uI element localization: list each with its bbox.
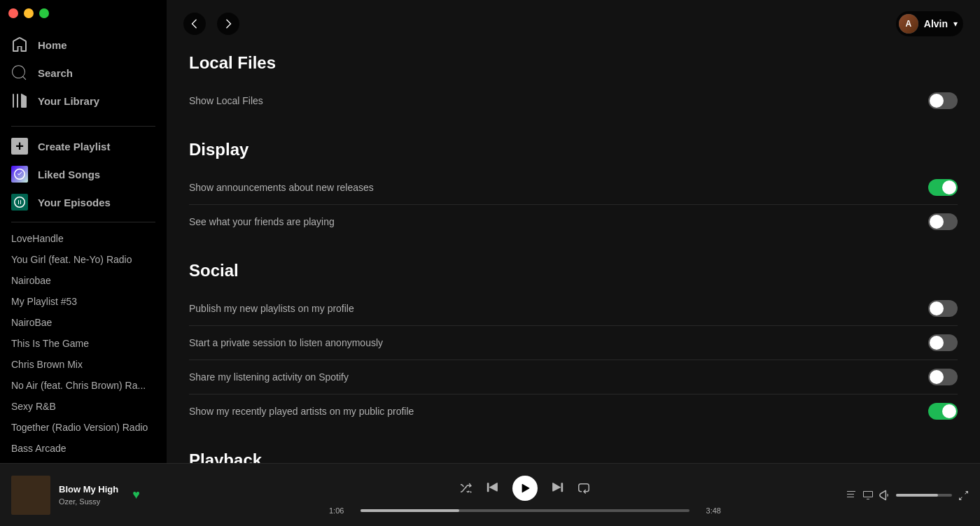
section-title-display: Display	[189, 134, 958, 159]
forward-button[interactable]	[217, 13, 239, 35]
user-menu[interactable]: A Alvin ▾	[896, 11, 963, 36]
list-item[interactable]: Together (Radio Version) Radio	[0, 417, 167, 438]
library-icon	[11, 92, 28, 109]
liked-songs-label: Liked Songs	[38, 169, 100, 180]
section-title-playback: Playback	[189, 445, 958, 463]
list-item[interactable]: No Air (feat. Chris Brown) Ra...	[0, 375, 167, 396]
toggle-knob	[942, 404, 956, 418]
time-total: 3:48	[696, 506, 721, 515]
section-title-local-files: Local Files	[189, 48, 958, 73]
list-item[interactable]: This Is The Game	[0, 333, 167, 354]
settings-section-display: Display Show announcements about new rel…	[189, 134, 958, 239]
toggle-knob	[930, 301, 944, 315]
toggle-knob	[930, 94, 944, 108]
repeat-button[interactable]	[578, 483, 589, 494]
list-item[interactable]: Nairobae	[0, 270, 167, 291]
volume-icon[interactable]	[879, 490, 890, 501]
avatar: A	[899, 14, 918, 34]
like-button[interactable]: ♥	[132, 488, 140, 502]
toggle-knob	[930, 336, 944, 350]
previous-button[interactable]	[486, 482, 498, 495]
sidebar: Home Search Your Library	[0, 0, 167, 463]
queue-icon[interactable]	[846, 490, 857, 501]
settings-row-label: Start a private session to listen anonym…	[189, 337, 383, 348]
settings-row-label: Show Local Files	[189, 95, 263, 106]
list-item[interactable]: My Playlist #53	[0, 291, 167, 312]
player-bar: Blow My High Ozer, Sussy ♥	[0, 463, 980, 526]
topbar: A Alvin ▾	[167, 0, 980, 48]
search-icon	[11, 64, 28, 81]
chevron-down-icon: ▾	[953, 19, 958, 29]
plus-icon: +	[11, 138, 28, 155]
sidebar-item-library-label: Your Library	[38, 95, 99, 107]
time-current: 1:06	[329, 506, 354, 515]
settings-row: Show announcements about new releases	[189, 171, 958, 205]
list-item[interactable]: Sexy R&B	[0, 396, 167, 417]
toggle-show-announcements[interactable]	[928, 179, 958, 196]
devices-button[interactable]	[862, 490, 874, 501]
settings-row: Start a private session to listen anonym…	[189, 326, 958, 360]
toggle-show-local-files[interactable]	[928, 92, 958, 109]
settings-row-label: See what your friends are playing	[189, 216, 335, 227]
back-button[interactable]	[183, 13, 206, 35]
maximize-button[interactable]	[39, 8, 49, 18]
volume-slider[interactable]	[896, 494, 952, 497]
create-playlist-label: Create Playlist	[38, 141, 110, 152]
track-artist: Ozer, Sussy	[59, 497, 118, 506]
list-item[interactable]: Bass Arcade	[0, 438, 167, 459]
track-thumbnail	[11, 476, 50, 515]
section-title-social: Social	[189, 255, 958, 280]
your-episodes-label: Your Episodes	[38, 197, 111, 208]
minimize-button[interactable]	[24, 8, 34, 18]
toggle-private-session[interactable]	[928, 334, 958, 351]
episodes-icon	[11, 194, 28, 211]
settings-row: Show my recently played artists on my pu…	[189, 395, 958, 428]
toggle-knob	[930, 370, 944, 384]
toggle-show-friends[interactable]	[928, 213, 958, 230]
sidebar-divider-2	[11, 222, 155, 222]
list-item[interactable]: You Girl (feat. Ne-Yo) Radio	[0, 249, 167, 270]
settings-row: Publish my new playlists on my profile	[189, 292, 958, 326]
your-episodes-button[interactable]: Your Episodes	[0, 188, 167, 216]
close-button[interactable]	[8, 8, 18, 18]
progress-bar: 1:06 3:48	[329, 506, 721, 515]
now-playing: Blow My High Ozer, Sussy ♥	[11, 476, 221, 515]
toggle-knob	[930, 215, 944, 229]
settings-row-label: Show announcements about new releases	[189, 182, 374, 193]
track-info: Blow My High Ozer, Sussy	[59, 484, 118, 506]
toggle-show-recent-artists[interactable]	[928, 403, 958, 420]
player-controls-center: 1:06 3:48	[221, 476, 829, 515]
settings-row-label: Show my recently played artists on my pu…	[189, 406, 414, 417]
sidebar-item-home-label: Home	[38, 39, 67, 51]
settings-section-playback: Playback Crossfade songs Automix - Allow…	[189, 445, 958, 463]
sidebar-item-search[interactable]: Search	[0, 59, 167, 87]
list-item[interactable]: LoveHandle	[0, 228, 167, 249]
fullscreen-button[interactable]	[958, 490, 969, 501]
liked-songs-button[interactable]: Liked Songs	[0, 160, 167, 188]
nav-arrows	[183, 13, 239, 35]
sidebar-divider	[11, 126, 155, 127]
player-right-controls	[829, 490, 969, 501]
shuffle-button[interactable]	[461, 483, 472, 494]
settings-row-label: Publish my new playlists on my profile	[189, 303, 354, 314]
create-playlist-button[interactable]: + Create Playlist	[0, 132, 167, 160]
sidebar-item-home[interactable]: Home	[0, 31, 167, 59]
play-pause-button[interactable]	[512, 476, 538, 501]
settings-row-label: Share my listening activity on Spotify	[189, 371, 349, 383]
playlist-list: LoveHandle You Girl (feat. Ne-Yo) Radio …	[0, 228, 167, 463]
volume-fill	[896, 494, 938, 497]
home-icon	[11, 36, 28, 53]
settings-section-social: Social Publish my new playlists on my pr…	[189, 255, 958, 428]
playback-controls	[461, 476, 589, 501]
toggle-knob	[942, 180, 956, 194]
toggle-share-activity[interactable]	[928, 369, 958, 385]
toggle-publish-playlists[interactable]	[928, 300, 958, 317]
list-item[interactable]: NairoBae	[0, 312, 167, 333]
list-item[interactable]: Chris Brown Mix	[0, 354, 167, 375]
sidebar-item-search-label: Search	[38, 67, 73, 79]
user-name: Alvin	[924, 18, 948, 29]
next-button[interactable]	[552, 482, 564, 495]
sidebar-item-library[interactable]: Your Library	[0, 87, 167, 115]
progress-track[interactable]	[360, 509, 690, 512]
progress-fill	[360, 509, 459, 512]
